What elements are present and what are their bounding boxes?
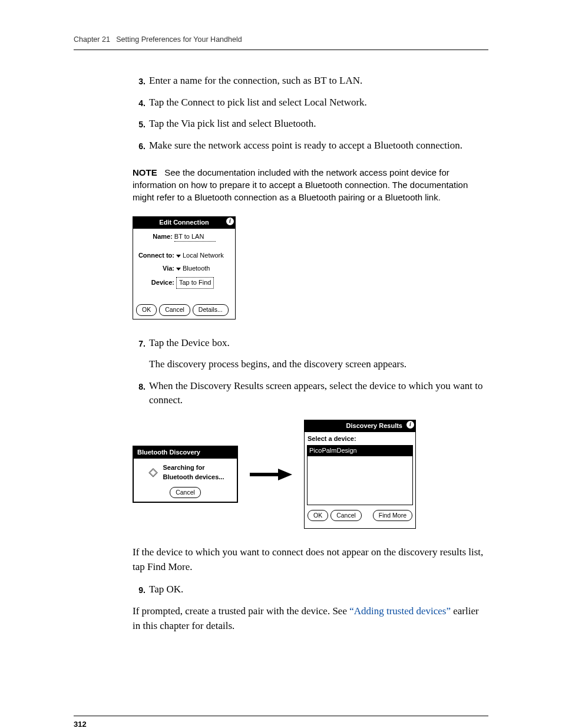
search-line2: Bluetooth devices... bbox=[163, 473, 224, 482]
step-8: 8. When the Discovery Results screen app… bbox=[133, 379, 488, 408]
svg-rect-0 bbox=[250, 473, 278, 476]
chevron-down-icon bbox=[176, 255, 181, 258]
device-label: Device: bbox=[137, 278, 176, 288]
page-header: Chapter 21 Setting Preferences for Your … bbox=[74, 35, 488, 50]
step-text: Enter a name for the connection, such as… bbox=[149, 74, 488, 88]
chevron-down-icon bbox=[176, 268, 181, 271]
bluetooth-discovery-dialog: Bluetooth Discovery Searching for Blueto… bbox=[133, 446, 238, 503]
step-number: 5. bbox=[133, 117, 146, 131]
bluetooth-search-icon bbox=[147, 466, 160, 479]
step-number: 8. bbox=[133, 379, 146, 408]
via-label: Via: bbox=[137, 264, 176, 274]
step-6: 6. Make sure the network access point is… bbox=[133, 139, 488, 153]
ok-button[interactable]: OK bbox=[308, 510, 328, 521]
step-text: Tap OK. bbox=[149, 582, 488, 597]
step-text: Make sure the network access point is re… bbox=[149, 139, 488, 153]
info-icon[interactable]: i bbox=[406, 421, 414, 429]
screen-titlebar: Edit Connection i bbox=[133, 217, 235, 229]
step-text: Tap the Via pick list and select Bluetoo… bbox=[149, 117, 488, 131]
dialog-title: Bluetooth Discovery bbox=[134, 447, 237, 459]
ok-button[interactable]: OK bbox=[136, 304, 157, 315]
link-adding-trusted-devices[interactable]: “Adding trusted devices” bbox=[349, 605, 451, 617]
via-picklist[interactable]: Bluetooth bbox=[176, 264, 210, 274]
closing-paragraph: If prompted, create a trusted pair with … bbox=[133, 604, 488, 633]
discovery-screens-row: Bluetooth Discovery Searching for Blueto… bbox=[133, 420, 488, 529]
note-text: See the documentation included with the … bbox=[133, 167, 468, 202]
info-icon[interactable]: i bbox=[226, 218, 234, 225]
chapter-number: Chapter 21 bbox=[74, 35, 110, 44]
note-block: NOTE See the documentation included with… bbox=[133, 166, 488, 203]
device-list[interactable]: PicoPalmDesign bbox=[307, 445, 413, 505]
cancel-button[interactable]: Cancel bbox=[159, 304, 190, 315]
step-8-after: If the device to which you want to conne… bbox=[133, 545, 488, 574]
name-label: Name: bbox=[153, 232, 174, 242]
step-text: Tap the Connect to pick list and select … bbox=[149, 95, 488, 110]
step-number: 7. bbox=[133, 336, 146, 372]
arrow-right-icon bbox=[250, 469, 292, 480]
step-3: 3. Enter a name for the connection, such… bbox=[133, 74, 488, 88]
cancel-button[interactable]: Cancel bbox=[170, 487, 201, 498]
device-list-item[interactable]: PicoPalmDesign bbox=[308, 446, 412, 456]
step-text: Tap the Device box. bbox=[149, 336, 488, 351]
step-4: 4. Tap the Connect to pick list and sele… bbox=[133, 95, 488, 110]
step-5: 5. Tap the Via pick list and select Blue… bbox=[133, 117, 488, 131]
chapter-title: Setting Preferences for Your Handheld bbox=[116, 35, 242, 44]
step-number: 3. bbox=[133, 74, 146, 88]
connect-to-picklist[interactable]: Local Network bbox=[176, 251, 224, 261]
step-after: The discovery process begins, and the di… bbox=[149, 357, 488, 372]
select-device-prompt: Select a device: bbox=[305, 432, 415, 444]
note-label: NOTE bbox=[133, 167, 157, 177]
device-box[interactable]: Tap to Find bbox=[176, 277, 214, 289]
discovery-results-screen: Discovery Results i Select a device: Pic… bbox=[304, 420, 416, 529]
step-9: 9. Tap OK. bbox=[133, 582, 488, 597]
svg-marker-1 bbox=[278, 469, 292, 480]
search-line1: Searching for bbox=[163, 463, 224, 473]
step-text: When the Discovery Results screen appear… bbox=[149, 379, 488, 408]
details-button[interactable]: Details... bbox=[193, 304, 229, 315]
name-field[interactable]: BT to LAN bbox=[174, 232, 216, 242]
step-number: 9. bbox=[133, 582, 146, 597]
page-footer: 312 bbox=[74, 716, 488, 728]
step-7: 7. Tap the Device box. The discovery pro… bbox=[133, 336, 488, 372]
screen-title: Discovery Results bbox=[346, 421, 402, 431]
find-more-button[interactable]: Find More bbox=[373, 510, 412, 521]
connect-to-label: Connect to: bbox=[137, 251, 176, 261]
step-number: 6. bbox=[133, 139, 146, 153]
screen-title: Edit Connection bbox=[159, 218, 209, 228]
closing-before: If prompted, create a trusted pair with … bbox=[133, 605, 349, 617]
page-number: 312 bbox=[74, 720, 87, 728]
step-number: 4. bbox=[133, 95, 146, 110]
edit-connection-screen: Edit Connection i Name: BT to LAN Connec… bbox=[133, 216, 236, 319]
screen-titlebar: Discovery Results i bbox=[305, 420, 415, 432]
cancel-button[interactable]: Cancel bbox=[330, 510, 362, 521]
